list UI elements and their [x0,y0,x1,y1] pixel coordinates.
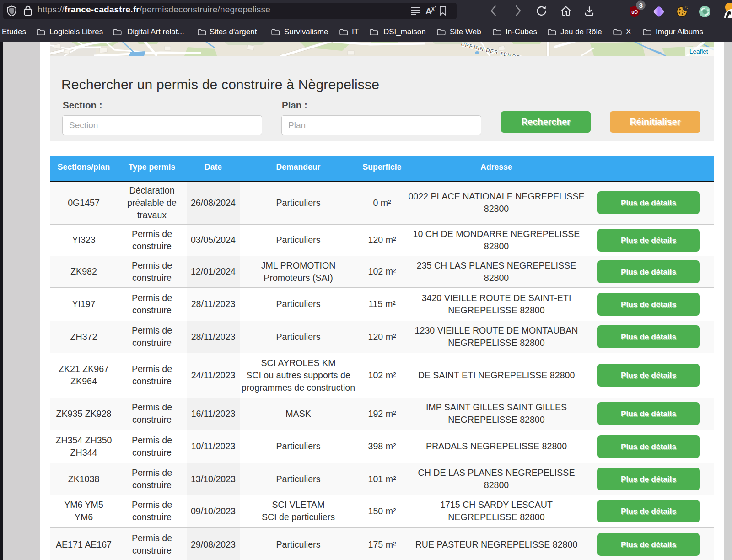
svg-text:Leaflet: Leaflet [689,48,708,55]
svg-text:3: 3 [639,1,643,9]
svg-text:x: x [431,5,435,12]
svg-text:uO: uO [631,10,638,15]
svg-text:A: A [425,6,432,16]
